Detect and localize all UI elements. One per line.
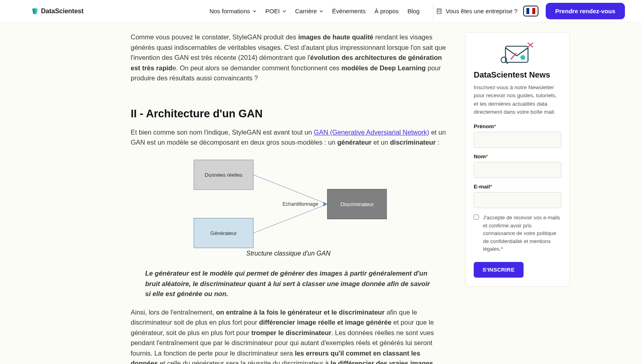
language-selector[interactable] [523,6,538,16]
svg-rect-0 [437,9,441,14]
enterprise-label: Vous êtes une entreprise ? [446,8,517,14]
flag-fr-icon [526,8,535,14]
nav-label: Événements [332,8,366,14]
svg-line-12 [253,204,327,233]
nav-blog[interactable]: Blog [407,8,419,14]
nav-label: À propos [374,8,399,14]
newsletter-title: DataScientest News [474,70,561,80]
chevron-down-icon [253,9,257,13]
email-input[interactable] [474,192,561,208]
main-nav: Nos formations POEI Carrière Événements … [210,8,419,14]
svg-rect-7 [532,8,535,14]
diagram-box-generator: Générateur [210,230,237,236]
nav-divider [433,3,433,20]
svg-point-15 [520,55,525,60]
svg-rect-2 [440,10,440,10]
paragraph-gan-intro: Et bien comme son nom l'indique, StyleGA… [131,127,446,148]
diagram-box-discriminator: Discriminateur [340,201,374,207]
firstname-input[interactable] [474,132,561,148]
svg-rect-3 [438,11,439,12]
svg-rect-14 [505,46,528,62]
diagram-edge-label: Echantillonnage [283,201,318,207]
lastname-input[interactable] [474,162,561,178]
nav-poei[interactable]: POEI [265,8,286,14]
brand-logo[interactable]: DataScientest [31,8,84,15]
diagram-box-real: Données réelles [205,172,242,178]
nav-carriere[interactable]: Carrière [295,8,323,14]
newsletter-desc: Inscrivez-vous à notre Newsletter pour r… [474,84,561,116]
nav-label: Nos formations [210,8,250,14]
section-heading: II - Architecture d'un GAN [131,108,446,120]
lastname-label: Nom* [474,153,561,160]
newsletter-submit-button[interactable]: S'INSCRIRE [474,262,524,278]
svg-rect-1 [438,10,439,10]
consent-row: J'accepte de recevoir vos e-mails et con… [474,214,561,253]
newsletter-sidebar: DataScientest News Inscrivez-vous à notr… [465,32,570,287]
svg-marker-13 [323,202,327,207]
nav-evenements[interactable]: Événements [332,8,366,14]
form-group-email: E-mail* [474,184,561,208]
svg-rect-5 [526,8,529,14]
newsletter-icon [500,41,535,65]
paragraph-training: Ainsi, lors de l'entraînement, on entraî… [131,307,446,364]
diagram-caption: Structure classique d'un GAN [131,250,446,257]
email-label: E-mail* [474,184,561,190]
logo-icon [31,8,39,15]
chevron-down-icon [319,9,323,13]
paragraph-intro: Comme vous pouvez le constater, StyleGAN… [131,32,446,84]
gan-diagram: Données réelles Générateur Discriminateu… [190,156,387,248]
brand-name: DataScientest [41,8,84,15]
chevron-down-icon [282,9,286,13]
article-content: Comme vous pouvez le constater, StyleGAN… [131,32,446,364]
cta-rendezvous-button[interactable]: Prendre rendez-vous [546,3,625,19]
firstname-label: Prénom* [474,123,561,129]
enterprise-link[interactable]: Vous êtes une entreprise ? [436,8,517,14]
form-group-firstname: Prénom* [474,123,561,148]
nav-label: Carrière [295,8,317,14]
svg-rect-6 [529,8,532,14]
building-icon [436,8,442,14]
consent-checkbox[interactable] [474,215,479,220]
consent-text: J'accepte de recevoir vos e-mails et con… [483,214,561,253]
gan-link[interactable]: GAN (Generative Adversiarial Network) [314,129,429,136]
site-header: DataScientest Nos formations POEI Carriè… [0,0,641,22]
nav-apropos[interactable]: À propos [374,8,399,14]
blockquote: Le générateur est le modèle qui permet d… [131,268,446,299]
nav-label: Blog [407,8,419,14]
nav-formations[interactable]: Nos formations [210,8,257,14]
svg-rect-4 [440,11,440,12]
form-group-lastname: Nom* [474,153,561,178]
svg-line-11 [253,175,327,204]
nav-label: POEI [265,8,280,14]
